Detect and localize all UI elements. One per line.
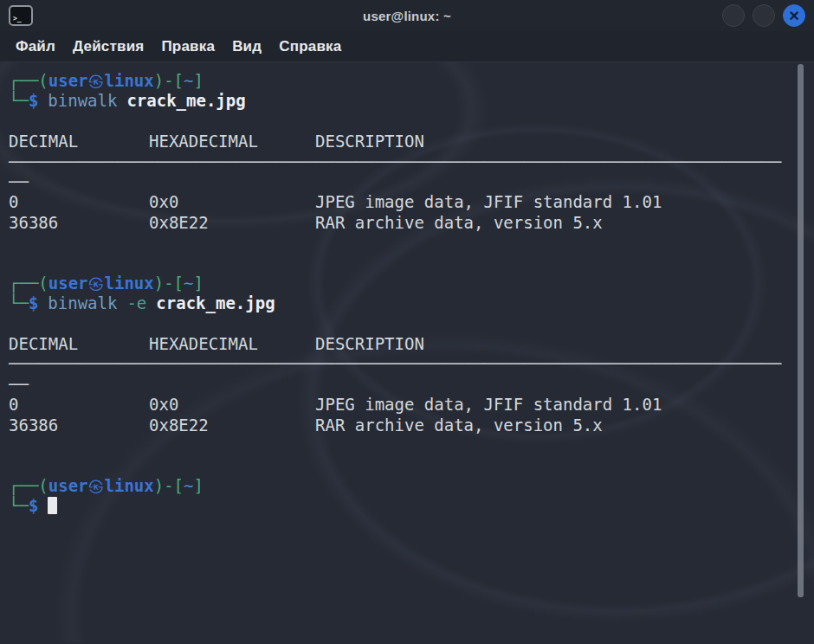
prompt-path: ~ (184, 71, 193, 90)
prompt-dollar: $ (29, 91, 38, 110)
prompt-path: ~ (184, 476, 193, 495)
prompt-frame: )-[ (154, 71, 184, 90)
prompt-dollar: $ (29, 293, 38, 312)
prompt-frame: )-[ (154, 476, 184, 495)
prompt-host: linux (105, 274, 154, 293)
cell-description: RAR archive data, version 5.x (315, 213, 793, 233)
kali-at-icon: ㉿ (88, 274, 105, 293)
prompt-host: linux (105, 71, 154, 90)
blank-line (9, 455, 793, 475)
cell-decimal: 36386 (9, 213, 149, 233)
cell-hex: 0x8E22 (149, 213, 315, 233)
command-file-argument: crack_me.jpg (156, 293, 275, 312)
prompt-line-top: ┌──(user㉿linux)-[~] (9, 274, 793, 293)
prompt-frame: └─ (9, 293, 29, 312)
cell-description: RAR archive data, version 5.x (315, 415, 793, 435)
cell-hex: 0x8E22 (149, 415, 315, 435)
header-hexadecimal: HEXADECIMAL (149, 132, 315, 151)
prompt-user: user (48, 71, 88, 90)
prompt-frame: ┌──( (9, 476, 48, 495)
command-program: binwalk (48, 293, 117, 312)
cell-hex: 0x0 (149, 395, 315, 415)
prompt-path: ~ (184, 274, 193, 293)
prompt-frame: ┌──( (9, 71, 48, 90)
command-program: binwalk (48, 91, 117, 110)
menu-file[interactable]: Файл (16, 38, 55, 55)
menu-view[interactable]: Вид (232, 38, 262, 55)
close-button[interactable]: × (783, 4, 805, 27)
kali-at-icon: ㉿ (88, 476, 105, 495)
prompt-host: linux (105, 476, 154, 495)
blank-line (9, 112, 793, 132)
prompt-line-top: ┌──(user㉿linux)-[~] (9, 476, 793, 496)
header-hexadecimal: HEXADECIMAL (149, 334, 315, 354)
menubar: Файл Действия Правка Вид Справка (0, 31, 814, 62)
menu-actions[interactable]: Действия (73, 38, 144, 55)
cell-decimal: 0 (9, 395, 149, 415)
cell-description: JPEG image data, JFIF standard 1.01 (315, 395, 793, 415)
prompt-frame: ┌──( (9, 274, 48, 293)
prompt-frame: )-[ (154, 274, 184, 293)
prompt-frame: └─ (9, 496, 29, 515)
command-line: └─$binwalkcrack_me.jpg (9, 91, 793, 111)
prompt-line-top: ┌──(user㉿linux)-[~] (9, 71, 793, 91)
header-description: DESCRIPTION (315, 132, 793, 151)
table-row: 0 0x0 JPEG image data, JFIF standard 1.0… (9, 395, 793, 415)
window-title: user@linux: ~ (0, 9, 814, 23)
table-separator-wrap: ── (9, 172, 793, 192)
table-row: 0 0x0 JPEG image data, JFIF standard 1.0… (9, 192, 793, 212)
minimize-button[interactable] (722, 4, 745, 27)
table-row: 36386 0x8E22 RAR archive data, version 5… (9, 415, 793, 435)
prompt-frame: ] (194, 274, 204, 293)
cell-decimal: 36386 (9, 415, 149, 435)
table-separator-wrap: ── (9, 375, 793, 395)
cell-hex: 0x0 (149, 192, 315, 212)
blank-line (9, 254, 793, 274)
terminal-app-icon-glyph: >_ (13, 16, 22, 23)
blank-line (9, 435, 793, 455)
window-controls: × (722, 4, 805, 27)
menu-edit[interactable]: Правка (161, 38, 215, 55)
cell-decimal: 0 (9, 192, 149, 212)
prompt-dollar: $ (29, 496, 38, 515)
maximize-button[interactable] (753, 4, 775, 27)
prompt-frame: └─ (9, 91, 29, 110)
prompt-user: user (48, 274, 88, 293)
titlebar: >_ user@linux: ~ × (0, 0, 814, 31)
command-file-argument: crack_me.jpg (126, 91, 245, 110)
text-cursor (48, 497, 57, 514)
close-icon: × (789, 7, 799, 24)
command-flag: -e (126, 293, 146, 312)
menu-help[interactable]: Справка (279, 38, 341, 55)
terminal-app-icon: >_ (9, 5, 33, 26)
header-decimal: DECIMAL (9, 334, 149, 354)
table-header-row: DECIMAL HEXADECIMAL DESCRIPTION (9, 334, 793, 354)
table-header-row: DECIMAL HEXADECIMAL DESCRIPTION (9, 132, 793, 151)
blank-line (9, 233, 793, 253)
terminal-viewport[interactable]: ┌──(user㉿linux)-[~] └─$binwalkcrack_me.j… (0, 62, 814, 643)
prompt-frame: ] (194, 71, 204, 90)
table-separator: ────────────────────────────────────────… (9, 152, 793, 172)
scrollbar-thumb[interactable] (798, 64, 804, 597)
blank-line (9, 314, 793, 334)
header-decimal: DECIMAL (9, 132, 149, 151)
prompt-frame: ] (194, 476, 204, 495)
header-description: DESCRIPTION (315, 334, 793, 354)
command-line: └─$binwalk-ecrack_me.jpg (9, 293, 793, 313)
command-line-active: └─$ (9, 496, 793, 516)
cell-description: JPEG image data, JFIF standard 1.01 (315, 192, 793, 212)
table-row: 36386 0x8E22 RAR archive data, version 5… (9, 213, 793, 233)
prompt-user: user (48, 476, 88, 495)
terminal-window: >_ user@linux: ~ × Файл Действия Правка … (0, 0, 814, 644)
kali-at-icon: ㉿ (88, 71, 105, 90)
table-separator: ────────────────────────────────────────… (9, 354, 793, 374)
